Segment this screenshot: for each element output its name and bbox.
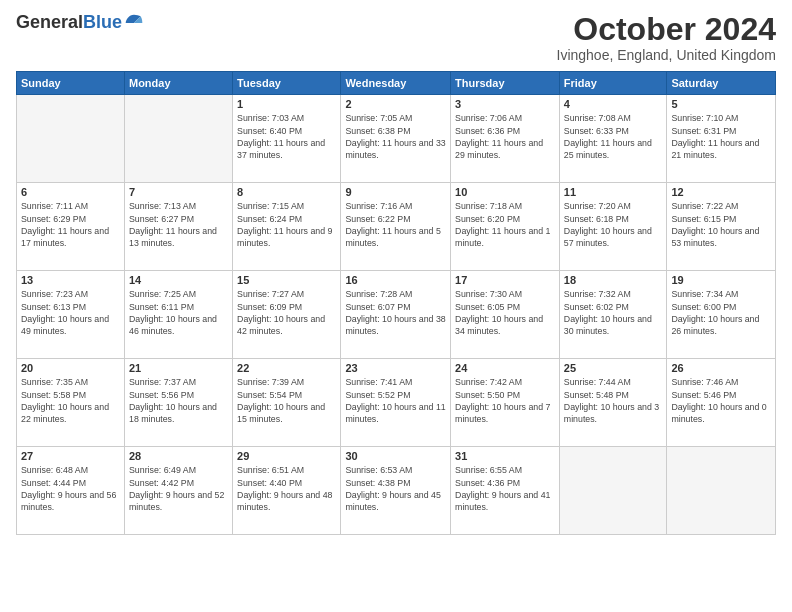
day-info: Sunrise: 7:23 AMSunset: 6:13 PMDaylight:…: [21, 288, 120, 337]
calendar-week-2: 6Sunrise: 7:11 AMSunset: 6:29 PMDaylight…: [17, 183, 776, 271]
col-saturday: Saturday: [667, 72, 776, 95]
calendar-cell: 26Sunrise: 7:46 AMSunset: 5:46 PMDayligh…: [667, 359, 776, 447]
day-number: 10: [455, 186, 555, 198]
calendar-cell: 13Sunrise: 7:23 AMSunset: 6:13 PMDayligh…: [17, 271, 125, 359]
calendar-cell: [559, 447, 667, 535]
col-monday: Monday: [124, 72, 232, 95]
day-info: Sunrise: 7:05 AMSunset: 6:38 PMDaylight:…: [345, 112, 446, 161]
calendar-cell: 5Sunrise: 7:10 AMSunset: 6:31 PMDaylight…: [667, 95, 776, 183]
logo-blue: Blue: [83, 12, 122, 33]
day-number: 22: [237, 362, 336, 374]
day-info: Sunrise: 6:55 AMSunset: 4:36 PMDaylight:…: [455, 464, 555, 513]
day-info: Sunrise: 7:15 AMSunset: 6:24 PMDaylight:…: [237, 200, 336, 249]
day-number: 24: [455, 362, 555, 374]
calendar-cell: 8Sunrise: 7:15 AMSunset: 6:24 PMDaylight…: [233, 183, 341, 271]
calendar-header-row: Sunday Monday Tuesday Wednesday Thursday…: [17, 72, 776, 95]
day-info: Sunrise: 7:41 AMSunset: 5:52 PMDaylight:…: [345, 376, 446, 425]
calendar-cell: 31Sunrise: 6:55 AMSunset: 4:36 PMDayligh…: [451, 447, 560, 535]
day-number: 23: [345, 362, 446, 374]
day-info: Sunrise: 7:11 AMSunset: 6:29 PMDaylight:…: [21, 200, 120, 249]
day-info: Sunrise: 7:28 AMSunset: 6:07 PMDaylight:…: [345, 288, 446, 337]
day-number: 7: [129, 186, 228, 198]
day-info: Sunrise: 7:46 AMSunset: 5:46 PMDaylight:…: [671, 376, 771, 425]
day-number: 9: [345, 186, 446, 198]
calendar-week-4: 20Sunrise: 7:35 AMSunset: 5:58 PMDayligh…: [17, 359, 776, 447]
calendar-cell: 7Sunrise: 7:13 AMSunset: 6:27 PMDaylight…: [124, 183, 232, 271]
calendar-cell: 20Sunrise: 7:35 AMSunset: 5:58 PMDayligh…: [17, 359, 125, 447]
day-info: Sunrise: 7:20 AMSunset: 6:18 PMDaylight:…: [564, 200, 663, 249]
day-number: 19: [671, 274, 771, 286]
col-sunday: Sunday: [17, 72, 125, 95]
logo-general: General: [16, 12, 83, 33]
day-info: Sunrise: 7:37 AMSunset: 5:56 PMDaylight:…: [129, 376, 228, 425]
day-number: 8: [237, 186, 336, 198]
day-number: 29: [237, 450, 336, 462]
calendar-cell: 21Sunrise: 7:37 AMSunset: 5:56 PMDayligh…: [124, 359, 232, 447]
day-info: Sunrise: 7:22 AMSunset: 6:15 PMDaylight:…: [671, 200, 771, 249]
day-info: Sunrise: 6:53 AMSunset: 4:38 PMDaylight:…: [345, 464, 446, 513]
calendar-cell: 12Sunrise: 7:22 AMSunset: 6:15 PMDayligh…: [667, 183, 776, 271]
day-info: Sunrise: 7:25 AMSunset: 6:11 PMDaylight:…: [129, 288, 228, 337]
day-number: 18: [564, 274, 663, 286]
calendar-cell: 2Sunrise: 7:05 AMSunset: 6:38 PMDaylight…: [341, 95, 451, 183]
day-number: 5: [671, 98, 771, 110]
calendar-table: Sunday Monday Tuesday Wednesday Thursday…: [16, 71, 776, 535]
day-number: 15: [237, 274, 336, 286]
day-number: 12: [671, 186, 771, 198]
calendar-cell: [124, 95, 232, 183]
calendar-cell: 16Sunrise: 7:28 AMSunset: 6:07 PMDayligh…: [341, 271, 451, 359]
day-info: Sunrise: 7:32 AMSunset: 6:02 PMDaylight:…: [564, 288, 663, 337]
day-number: 17: [455, 274, 555, 286]
day-info: Sunrise: 7:13 AMSunset: 6:27 PMDaylight:…: [129, 200, 228, 249]
day-info: Sunrise: 7:03 AMSunset: 6:40 PMDaylight:…: [237, 112, 336, 161]
calendar-cell: [667, 447, 776, 535]
month-title: October 2024: [557, 12, 776, 47]
day-info: Sunrise: 7:27 AMSunset: 6:09 PMDaylight:…: [237, 288, 336, 337]
day-number: 20: [21, 362, 120, 374]
day-number: 28: [129, 450, 228, 462]
calendar-cell: 29Sunrise: 6:51 AMSunset: 4:40 PMDayligh…: [233, 447, 341, 535]
col-thursday: Thursday: [451, 72, 560, 95]
day-info: Sunrise: 7:39 AMSunset: 5:54 PMDaylight:…: [237, 376, 336, 425]
calendar-cell: [17, 95, 125, 183]
day-number: 2: [345, 98, 446, 110]
calendar-cell: 11Sunrise: 7:20 AMSunset: 6:18 PMDayligh…: [559, 183, 667, 271]
calendar-cell: 17Sunrise: 7:30 AMSunset: 6:05 PMDayligh…: [451, 271, 560, 359]
calendar-cell: 30Sunrise: 6:53 AMSunset: 4:38 PMDayligh…: [341, 447, 451, 535]
calendar-cell: 24Sunrise: 7:42 AMSunset: 5:50 PMDayligh…: [451, 359, 560, 447]
day-number: 6: [21, 186, 120, 198]
calendar-week-5: 27Sunrise: 6:48 AMSunset: 4:44 PMDayligh…: [17, 447, 776, 535]
day-number: 1: [237, 98, 336, 110]
calendar-cell: 18Sunrise: 7:32 AMSunset: 6:02 PMDayligh…: [559, 271, 667, 359]
day-number: 11: [564, 186, 663, 198]
logo: GeneralBlue: [16, 12, 144, 33]
calendar-cell: 23Sunrise: 7:41 AMSunset: 5:52 PMDayligh…: [341, 359, 451, 447]
day-number: 16: [345, 274, 446, 286]
logo-icon: [124, 13, 144, 33]
logo-text: GeneralBlue: [16, 12, 144, 33]
day-number: 14: [129, 274, 228, 286]
day-number: 13: [21, 274, 120, 286]
col-friday: Friday: [559, 72, 667, 95]
calendar-week-1: 1Sunrise: 7:03 AMSunset: 6:40 PMDaylight…: [17, 95, 776, 183]
title-block: October 2024 Ivinghoe, England, United K…: [557, 12, 776, 63]
day-info: Sunrise: 7:10 AMSunset: 6:31 PMDaylight:…: [671, 112, 771, 161]
day-number: 4: [564, 98, 663, 110]
calendar-cell: 22Sunrise: 7:39 AMSunset: 5:54 PMDayligh…: [233, 359, 341, 447]
location: Ivinghoe, England, United Kingdom: [557, 47, 776, 63]
calendar-cell: 1Sunrise: 7:03 AMSunset: 6:40 PMDaylight…: [233, 95, 341, 183]
calendar-cell: 6Sunrise: 7:11 AMSunset: 6:29 PMDaylight…: [17, 183, 125, 271]
day-info: Sunrise: 7:44 AMSunset: 5:48 PMDaylight:…: [564, 376, 663, 425]
calendar-cell: 28Sunrise: 6:49 AMSunset: 4:42 PMDayligh…: [124, 447, 232, 535]
day-number: 26: [671, 362, 771, 374]
calendar-cell: 27Sunrise: 6:48 AMSunset: 4:44 PMDayligh…: [17, 447, 125, 535]
day-info: Sunrise: 6:49 AMSunset: 4:42 PMDaylight:…: [129, 464, 228, 513]
day-info: Sunrise: 7:06 AMSunset: 6:36 PMDaylight:…: [455, 112, 555, 161]
day-number: 30: [345, 450, 446, 462]
calendar-cell: 14Sunrise: 7:25 AMSunset: 6:11 PMDayligh…: [124, 271, 232, 359]
col-wednesday: Wednesday: [341, 72, 451, 95]
calendar-week-3: 13Sunrise: 7:23 AMSunset: 6:13 PMDayligh…: [17, 271, 776, 359]
day-info: Sunrise: 7:35 AMSunset: 5:58 PMDaylight:…: [21, 376, 120, 425]
day-info: Sunrise: 7:08 AMSunset: 6:33 PMDaylight:…: [564, 112, 663, 161]
day-info: Sunrise: 7:42 AMSunset: 5:50 PMDaylight:…: [455, 376, 555, 425]
